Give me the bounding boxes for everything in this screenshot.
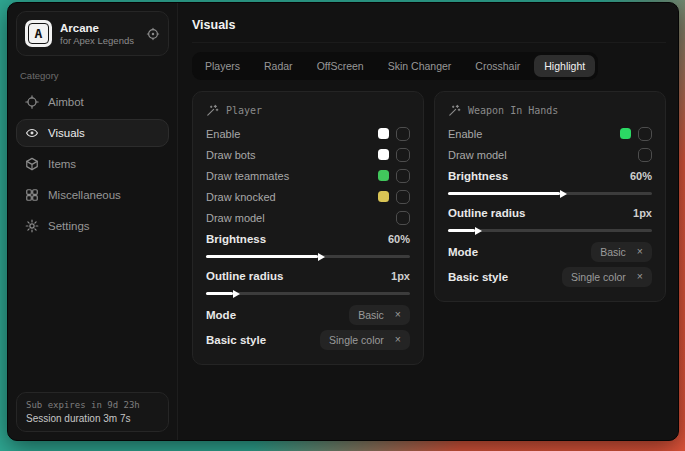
tag-label: Single color	[571, 271, 626, 283]
tab-radar[interactable]: Radar	[254, 55, 303, 77]
setting-label: Enable	[448, 128, 482, 140]
subscription-info-card: Sub expires in 9d 23h Session duration 3…	[16, 392, 169, 432]
sidebar-item-miscellaneous[interactable]: Miscellaneous	[16, 181, 169, 209]
slider-thumb[interactable]	[560, 190, 567, 198]
slider-brightness[interactable]	[206, 255, 410, 258]
eye-icon	[25, 126, 39, 140]
sidebar: A Arcane for Apex Legends Category Aimbo…	[8, 3, 178, 440]
slider-row-brightness: Brightness60%	[206, 228, 410, 265]
checkbox-draw-teammates[interactable]	[396, 169, 410, 183]
color-swatch-enable[interactable]	[378, 128, 389, 139]
panel-title: Player	[226, 105, 262, 116]
grid-icon	[25, 188, 39, 202]
session-duration-text: Session duration 3m 7s	[26, 413, 159, 424]
slider-thumb[interactable]	[475, 227, 482, 235]
slider-header-brightness: Brightness60%	[206, 231, 410, 247]
app-title: Arcane	[60, 22, 134, 34]
slider-brightness[interactable]	[448, 192, 652, 195]
panel-title: Weapon In Hands	[468, 105, 558, 116]
close-icon[interactable]: ×	[637, 246, 643, 257]
setting-label: Basic style	[206, 334, 266, 346]
target-icon[interactable]	[146, 27, 160, 41]
setting-controls	[378, 169, 410, 183]
panel-player: PlayerEnableDraw botsDraw teammatesDraw …	[192, 91, 424, 365]
sidebar-item-visuals[interactable]: Visuals	[16, 119, 169, 147]
app-window: A Arcane for Apex Legends Category Aimbo…	[7, 2, 679, 441]
panel-header-weapon-in-hands: Weapon In Hands	[448, 99, 652, 123]
setting-label: Draw model	[206, 212, 265, 224]
close-icon[interactable]: ×	[395, 309, 401, 320]
color-swatch-enable[interactable]	[620, 128, 631, 139]
color-swatch-draw-teammates[interactable]	[378, 170, 389, 181]
slider-header-brightness: Brightness60%	[448, 168, 652, 184]
wand-icon	[448, 104, 461, 117]
setting-row-mode: ModeBasic×	[206, 302, 410, 327]
crosshair-icon	[25, 95, 39, 109]
main-content: Visuals PlayersRadarOffScreenSkin Change…	[178, 3, 679, 440]
checkbox-enable[interactable]	[396, 127, 410, 141]
slider-fill	[448, 229, 475, 232]
sidebar-item-aimbot[interactable]: Aimbot	[16, 88, 169, 116]
app-logo-letter: A	[35, 26, 43, 41]
sidebar-item-label: Aimbot	[48, 96, 84, 108]
setting-row-draw-model: Draw model	[448, 144, 652, 165]
sidebar-nav: AimbotVisualsItemsMiscellaneousSettings	[16, 88, 169, 240]
setting-label: Draw teammates	[206, 170, 289, 182]
setting-controls	[396, 211, 410, 225]
tab-bar: PlayersRadarOffScreenSkin ChangerCrossha…	[192, 52, 598, 80]
setting-controls	[620, 127, 652, 141]
checkbox-draw-model[interactable]	[396, 211, 410, 225]
tab-players[interactable]: Players	[195, 55, 250, 77]
checkbox-draw-bots[interactable]	[396, 148, 410, 162]
sidebar-item-settings[interactable]: Settings	[16, 212, 169, 240]
slider-thumb[interactable]	[233, 290, 240, 298]
close-icon[interactable]: ×	[395, 334, 401, 345]
setting-row-draw-knocked: Draw knocked	[206, 186, 410, 207]
setting-row-draw-model: Draw model	[206, 207, 410, 228]
color-swatch-draw-bots[interactable]	[378, 149, 389, 160]
setting-row-basic-style: Basic styleSingle color×	[206, 327, 410, 352]
slider-row-outline-radius: Outline radius1px	[448, 202, 652, 239]
tab-crosshair[interactable]: Crosshair	[465, 55, 530, 77]
tag-single-color[interactable]: Single color×	[562, 267, 652, 287]
setting-label: Draw knocked	[206, 191, 276, 203]
setting-label: Draw bots	[206, 149, 256, 161]
tag-basic[interactable]: Basic×	[349, 305, 410, 325]
sub-expiry-text: Sub expires in 9d 23h	[26, 400, 159, 410]
setting-controls	[378, 148, 410, 162]
slider-value-outline-radius: 1px	[633, 207, 652, 219]
tag-single-color[interactable]: Single color×	[320, 330, 410, 350]
checkbox-draw-knocked[interactable]	[396, 190, 410, 204]
slider-thumb[interactable]	[318, 253, 325, 261]
slider-outline-radius[interactable]	[448, 229, 652, 232]
checkbox-enable[interactable]	[638, 127, 652, 141]
app-subtitle: for Apex Legends	[60, 35, 134, 46]
app-header-titles: Arcane for Apex Legends	[60, 22, 134, 46]
tab-skin-changer[interactable]: Skin Changer	[378, 55, 462, 77]
tab-offscreen[interactable]: OffScreen	[307, 55, 374, 77]
setting-label: Draw model	[448, 149, 507, 161]
page-title: Visuals	[192, 14, 666, 43]
setting-row-basic-style: Basic styleSingle color×	[448, 264, 652, 289]
sidebar-item-label: Items	[48, 158, 76, 170]
slider-row-brightness: Brightness60%	[448, 165, 652, 202]
setting-row-enable: Enable	[206, 123, 410, 144]
slider-fill	[206, 292, 233, 295]
sidebar-item-items[interactable]: Items	[16, 150, 169, 178]
box-icon	[25, 157, 39, 171]
checkbox-draw-model[interactable]	[638, 148, 652, 162]
setting-controls	[378, 127, 410, 141]
slider-outline-radius[interactable]	[206, 292, 410, 295]
setting-controls	[638, 148, 652, 162]
slider-fill	[206, 255, 318, 258]
setting-row-enable: Enable	[448, 123, 652, 144]
close-icon[interactable]: ×	[637, 271, 643, 282]
tag-basic[interactable]: Basic×	[591, 242, 652, 262]
slider-header-outline-radius: Outline radius1px	[206, 268, 410, 284]
slider-value-brightness: 60%	[388, 233, 410, 245]
gear-icon	[25, 219, 39, 233]
sidebar-item-label: Miscellaneous	[48, 189, 121, 201]
tab-highlight[interactable]: Highlight	[534, 55, 595, 77]
color-swatch-draw-knocked[interactable]	[378, 191, 389, 202]
panels-container: PlayerEnableDraw botsDraw teammatesDraw …	[192, 91, 666, 365]
